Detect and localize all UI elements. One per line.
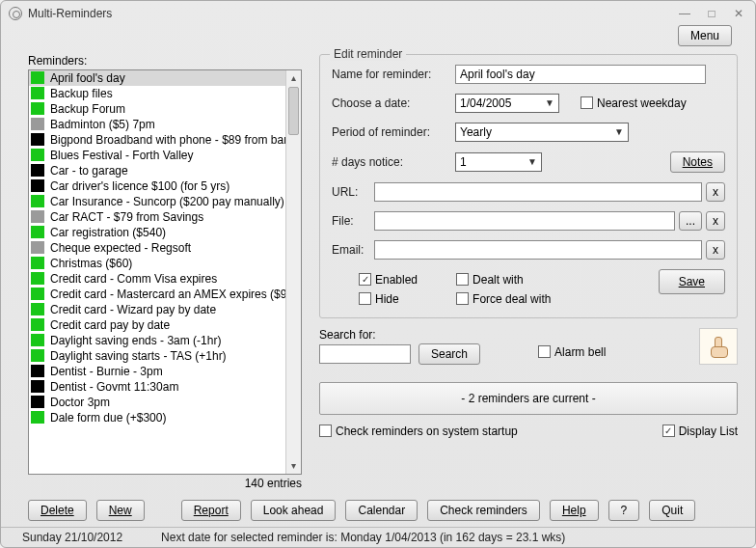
list-item-label: Badminton ($5) 7pm: [50, 118, 155, 131]
color-swatch: [31, 396, 44, 408]
checkbox-icon: ✓: [359, 273, 371, 286]
edit-reminder-group: Edit reminder Name for reminder: Choose …: [319, 54, 738, 318]
list-item-label: Credit card - Comm Visa expires: [50, 272, 217, 286]
minimize-icon[interactable]: —: [676, 6, 693, 21]
list-item[interactable]: Car - to garage: [29, 163, 301, 178]
checkbox-icon: [456, 273, 469, 286]
days-value: 1: [460, 155, 467, 169]
color-swatch: [31, 288, 44, 300]
url-input[interactable]: [374, 182, 702, 202]
list-item[interactable]: April fool's day: [29, 70, 301, 86]
look-ahead-button[interactable]: Look ahead: [251, 500, 337, 521]
list-item[interactable]: Credit card - Mastercard an AMEX expires…: [29, 287, 301, 302]
color-swatch: [31, 380, 44, 393]
nearest-weekday-checkbox[interactable]: Nearest weekday: [580, 96, 687, 110]
help-button[interactable]: Help: [550, 500, 599, 521]
list-item[interactable]: Badminton ($5) 7pm: [29, 117, 301, 132]
period-select[interactable]: Yearly ▼: [455, 123, 629, 142]
alarm-bell-checkbox[interactable]: Alarm bell: [538, 345, 606, 359]
list-item[interactable]: Backup Forum: [29, 101, 301, 117]
date-picker[interactable]: 1/04/2005 ▼: [455, 94, 559, 113]
days-select[interactable]: 1 ▼: [455, 152, 542, 172]
calendar-button[interactable]: Calendar: [345, 500, 418, 521]
list-item[interactable]: Credit card pay by date: [29, 317, 301, 333]
color-swatch: [31, 334, 44, 346]
search-label: Search for:: [319, 328, 480, 342]
question-button[interactable]: ?: [608, 500, 640, 521]
list-item[interactable]: Dale form due (+$300): [29, 410, 301, 425]
list-item[interactable]: Dentist - Govmt 11:30am: [29, 379, 301, 395]
maximize-icon[interactable]: □: [703, 6, 720, 21]
list-item[interactable]: Credit card - Comm Visa expires: [29, 271, 301, 287]
scroll-thumb[interactable]: [288, 87, 299, 135]
list-item[interactable]: Car driver's licence $100 (for 5 yrs): [29, 178, 301, 194]
enabled-checkbox[interactable]: ✓Enabled: [359, 273, 418, 287]
right-panel: Edit reminder Name for reminder: Choose …: [319, 54, 738, 490]
checkbox-icon: ✓: [662, 425, 675, 437]
new-button[interactable]: New: [96, 500, 145, 521]
checkbox-icon: [319, 425, 332, 437]
button-row: Delete New Report Look ahead Calendar Ch…: [1, 490, 755, 521]
chevron-down-icon: ▼: [527, 156, 537, 167]
list-item-label: Credit card - Wizard pay by date: [50, 303, 216, 316]
close-icon[interactable]: ✕: [730, 6, 747, 21]
days-label: # days notice:: [332, 155, 455, 169]
chevron-down-icon: ▼: [545, 97, 554, 108]
check-reminders-button[interactable]: Check reminders: [427, 500, 540, 521]
delete-button[interactable]: Delete: [28, 500, 87, 521]
color-swatch: [31, 272, 44, 285]
reminders-label: Reminders:: [28, 54, 302, 68]
window-title: Multi-Reminders: [28, 7, 112, 20]
dealt-with-checkbox[interactable]: Dealt with: [456, 273, 551, 287]
nearest-label: Nearest weekday: [597, 96, 687, 110]
list-item-label: Car - to garage: [50, 164, 128, 178]
list-item[interactable]: Dentist - Burnie - 3pm: [29, 364, 301, 379]
list-item[interactable]: Car Insurance - Suncorp ($200 pay manual…: [29, 194, 301, 209]
list-item[interactable]: Cheque expected - Regsoft: [29, 240, 301, 256]
color-swatch: [31, 226, 44, 238]
report-button[interactable]: Report: [181, 500, 241, 521]
reminders-list[interactable]: April fool's dayBackup filesBackup Forum…: [28, 69, 302, 475]
list-item[interactable]: Blues Festival - Forth Valley: [29, 148, 301, 163]
list-item[interactable]: Daylight saving ends - 3am (-1hr): [29, 333, 301, 348]
notes-button[interactable]: Notes: [670, 151, 725, 173]
list-item[interactable]: Christmas ($60): [29, 256, 301, 271]
menu-button[interactable]: Menu: [678, 25, 732, 46]
file-browse-button[interactable]: ...: [679, 211, 702, 231]
list-item[interactable]: Car registration ($540): [29, 225, 301, 240]
status-bar: Sunday 21/10/2012 Next date for selected…: [1, 527, 755, 547]
search-button[interactable]: Search: [418, 343, 480, 365]
file-input[interactable]: [374, 211, 675, 231]
search-input[interactable]: [319, 344, 411, 364]
scroll-up-icon[interactable]: ▴: [286, 70, 301, 86]
save-button[interactable]: Save: [659, 269, 725, 294]
list-item[interactable]: Backup files: [29, 86, 301, 101]
name-input[interactable]: [455, 65, 706, 84]
status-date: Sunday 21/10/2012: [22, 531, 122, 544]
list-item[interactable]: Car RACT - $79 from Savings: [29, 209, 301, 225]
scroll-down-icon[interactable]: ▾: [286, 458, 301, 474]
quit-button[interactable]: Quit: [649, 500, 695, 521]
file-clear-button[interactable]: x: [706, 211, 725, 231]
list-item[interactable]: Bigpond Broadband with phone - $89 from …: [29, 132, 301, 148]
scrollbar[interactable]: ▴ ▾: [285, 70, 301, 474]
list-item[interactable]: Doctor 3pm: [29, 395, 301, 410]
color-swatch: [31, 164, 44, 177]
startup-checkbox[interactable]: Check reminders on system startup: [319, 425, 518, 438]
url-clear-button[interactable]: x: [706, 182, 725, 202]
list-item-label: Car driver's licence $100 (for 5 yrs): [50, 179, 230, 193]
hide-checkbox[interactable]: Hide: [359, 292, 418, 306]
display-list-checkbox[interactable]: ✓ Display List: [662, 425, 738, 438]
email-input[interactable]: [374, 240, 702, 260]
list-item-label: April fool's day: [50, 71, 125, 85]
file-label: File:: [332, 214, 374, 228]
titlebar: Multi-Reminders — □ ✕: [1, 1, 755, 25]
list-item[interactable]: Daylight saving starts - TAS (+1hr): [29, 348, 301, 364]
list-item[interactable]: Credit card - Wizard pay by date: [29, 302, 301, 317]
current-reminders-banner[interactable]: - 2 reminders are current -: [319, 382, 738, 415]
color-swatch: [31, 365, 44, 377]
email-clear-button[interactable]: x: [706, 240, 725, 260]
list-item-label: Credit card - Mastercard an AMEX expires…: [50, 288, 297, 301]
color-swatch: [31, 179, 44, 192]
force-deal-checkbox[interactable]: Force deal with: [456, 292, 551, 306]
